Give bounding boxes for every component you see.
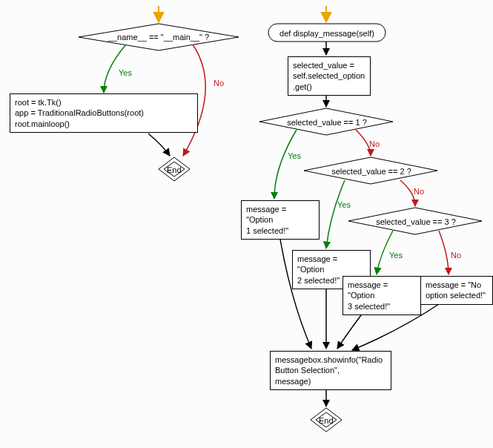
left-no-label: No (214, 79, 224, 88)
assign-box: selected_value = self.selected_option .g… (288, 56, 371, 96)
left-body: root = tk.Tk() app = TraditionalRadioBut… (10, 93, 198, 133)
msg3-box: message = "Option 3 selected!" (343, 276, 421, 315)
show-box: messagebox.showinfo("Radio Button Select… (270, 351, 391, 390)
cond1-label: selected_value == 1 ? (286, 117, 368, 128)
left-end-label: End (167, 165, 182, 175)
msg1-box: message = "Option 1 selected!" (241, 200, 320, 240)
def-label: def display_message(self) (274, 28, 380, 39)
cond1-yes: Yes (288, 151, 301, 160)
left-yes-label: Yes (119, 68, 132, 77)
right-end-label: End (319, 415, 334, 426)
cond-main: __name__ == "__main__" ? (102, 32, 215, 42)
msg4-box: message = "No option selected!" (420, 276, 493, 305)
cond2-label: selected_value == 2 ? (331, 166, 412, 177)
cond3-label: selected_value == 3 ? (375, 217, 457, 227)
cond3-no: No (451, 251, 461, 260)
cond2-yes: Yes (337, 200, 351, 209)
cond3-yes: Yes (389, 251, 403, 260)
cond1-no: No (369, 139, 380, 148)
cond2-no: No (414, 187, 424, 196)
